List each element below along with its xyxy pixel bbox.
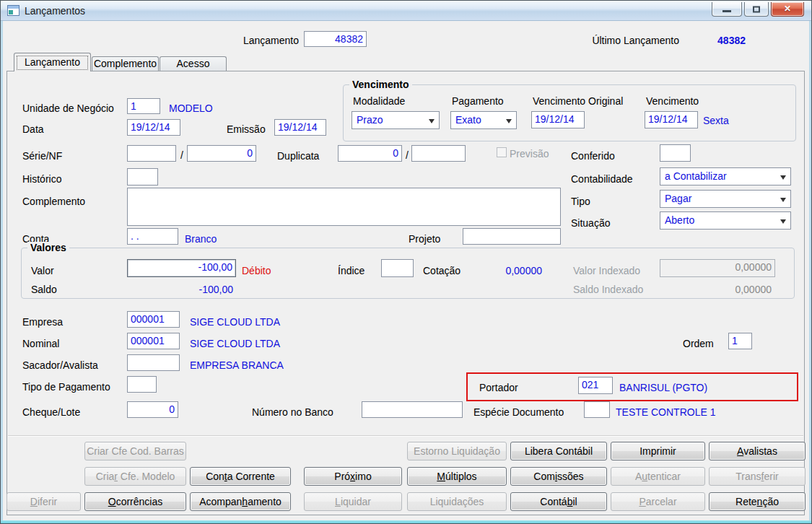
- sacador-avalista-label: Sacador/Avalista: [22, 359, 98, 371]
- serie-nf-field-2[interactable]: 0: [187, 145, 256, 162]
- conta-corrente-button[interactable]: Conta Corrente: [190, 467, 291, 486]
- pagamento-select[interactable]: Exato: [450, 111, 517, 129]
- indice-label: Índice: [338, 265, 364, 276]
- contabil-button[interactable]: Contábil: [510, 492, 607, 511]
- parcelar-button: Parcelar: [611, 492, 705, 511]
- complemento-textarea[interactable]: [127, 188, 561, 226]
- emissao-field[interactable]: 19/12/14: [274, 119, 326, 136]
- window-edge-right: [809, 21, 811, 520]
- projeto-label: Projeto: [409, 233, 440, 245]
- saldo-indexado-label: Saldo Indexado: [573, 284, 643, 295]
- especie-documento-label: Espécie Documento: [473, 406, 564, 418]
- ocorrencias-button[interactable]: Ocorrências: [84, 492, 186, 511]
- saldo-indexado-value: 0,00000: [684, 284, 772, 295]
- minimize-button[interactable]: [712, 2, 742, 17]
- nominal-desc: SIGE CLOUD LTDA: [190, 338, 280, 349]
- ultimo-lancamento-label: Último Lançamento: [572, 35, 679, 46]
- tab-complemento[interactable]: Complemento: [92, 56, 159, 71]
- transferir-button: Transferir: [709, 467, 806, 486]
- liquidar-button: Liquidar: [304, 492, 402, 511]
- duplicata-field-1[interactable]: 0: [338, 145, 402, 162]
- tab-lancamento[interactable]: Lançamento: [14, 53, 91, 71]
- app-icon: [7, 5, 19, 16]
- maximize-icon: [753, 6, 760, 12]
- retencao-button[interactable]: Retenção: [709, 492, 806, 511]
- serie-nf-label: Série/NF: [22, 150, 62, 162]
- vencimento-original-field[interactable]: 19/12/14: [531, 111, 585, 128]
- previsao-label: Previsão: [510, 148, 549, 160]
- conta-field[interactable]: . .: [127, 228, 178, 245]
- vencimento-label: Vencimento: [646, 95, 699, 107]
- tab-acesso[interactable]: Acesso: [160, 56, 227, 71]
- vencimento-field[interactable]: 19/12/14: [645, 111, 698, 128]
- tab-complemento-label: Complemento: [94, 58, 157, 69]
- criar-cfe-modelo-button: Criar Cfe. Modelo: [84, 467, 186, 486]
- vencimento-group-title: Vencimento: [349, 79, 412, 90]
- nominal-field[interactable]: 000001: [127, 333, 180, 349]
- unidade-negocio-label: Unidade de Negócio: [22, 102, 114, 114]
- empresa-field[interactable]: 000001: [127, 311, 180, 328]
- duplicata-label: Duplicata: [277, 150, 319, 162]
- conferido-field[interactable]: [660, 144, 691, 162]
- cheque-lote-field[interactable]: 0: [127, 401, 178, 418]
- valor-field[interactable]: -100,00: [127, 259, 236, 277]
- libera-contabil-button[interactable]: Libera Contábil: [510, 442, 607, 460]
- tab-focus-rect: [17, 56, 88, 70]
- contabilidade-select[interactable]: a Contabilizar: [660, 167, 791, 185]
- liquidacoes-button: Liquidações: [407, 492, 507, 511]
- projeto-field[interactable]: [463, 228, 561, 245]
- imprimir-button[interactable]: Imprimir: [611, 442, 705, 460]
- portador-field[interactable]: 021: [578, 377, 613, 394]
- tipo-label: Tipo: [571, 196, 590, 207]
- modalidade-value: Prazo: [357, 114, 383, 126]
- ordem-label: Ordem: [683, 338, 714, 349]
- chevron-down-icon: [780, 219, 786, 224]
- acompanhamento-button[interactable]: Acompanhamento: [190, 492, 291, 511]
- empresa-label: Empresa: [22, 316, 63, 328]
- window-edge-left: [1, 21, 3, 520]
- duplicata-slash: /: [406, 149, 409, 161]
- indice-field[interactable]: [381, 259, 414, 277]
- close-button[interactable]: ✕: [771, 2, 804, 17]
- data-field[interactable]: 19/12/14: [127, 119, 180, 136]
- minimize-icon: [722, 10, 731, 12]
- maximize-button[interactable]: [744, 2, 769, 17]
- comissoes-button[interactable]: Comissões: [510, 467, 607, 486]
- pagamento-label: Pagamento: [452, 95, 504, 107]
- title-bar[interactable]: Lançamentos: [1, 1, 811, 21]
- duplicata-field-2[interactable]: [411, 145, 466, 162]
- window-title: Lançamentos: [25, 5, 85, 17]
- saldo-label: Saldo: [31, 284, 57, 295]
- nominal-label: Nominal: [22, 338, 59, 349]
- ordem-field[interactable]: 1: [728, 333, 752, 349]
- chevron-down-icon: [429, 119, 435, 123]
- cotacao-value: 0,00000: [470, 265, 542, 276]
- historico-field[interactable]: [127, 168, 158, 185]
- chevron-down-icon: [780, 175, 786, 180]
- previsao-checkbox[interactable]: [497, 147, 507, 157]
- situacao-select[interactable]: Aberto: [660, 211, 791, 230]
- unidade-negocio-field[interactable]: 1: [127, 98, 160, 114]
- proximo-button[interactable]: Próximo: [304, 467, 402, 486]
- cheque-lote-label: Cheque/Lote: [22, 406, 80, 418]
- modalidade-select[interactable]: Prazo: [352, 111, 440, 129]
- tipo-value: Pagar: [665, 193, 691, 204]
- lancamentos-window: Lançamentos ✕ Lançamento 48382 Último La…: [0, 0, 812, 524]
- situacao-value: Aberto: [665, 214, 694, 226]
- especie-documento-field[interactable]: [584, 401, 610, 418]
- data-label: Data: [22, 123, 44, 135]
- serie-nf-field-1[interactable]: [127, 145, 176, 162]
- empresa-desc: SIGE CLOUD LTDA: [190, 316, 280, 328]
- multiplos-button[interactable]: Múltiplos: [407, 467, 507, 486]
- lancamento-number-field[interactable]: 48382: [304, 31, 367, 47]
- ultimo-lancamento-value: 48382: [694, 35, 746, 46]
- chevron-down-icon: [506, 119, 512, 123]
- tipo-pagamento-field[interactable]: [127, 376, 157, 393]
- complemento-label: Complemento: [22, 196, 85, 207]
- numero-banco-field[interactable]: [362, 401, 463, 418]
- avalistas-button[interactable]: Avalistas: [709, 442, 806, 460]
- lancamento-number-label: Lançamento: [216, 35, 299, 46]
- sacador-avalista-field[interactable]: [127, 354, 180, 371]
- vencimento-weekday: Sexta: [703, 115, 729, 126]
- tipo-select[interactable]: Pagar: [660, 190, 791, 208]
